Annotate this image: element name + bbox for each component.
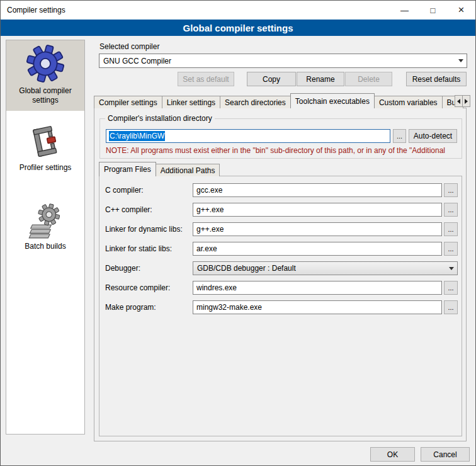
field-row-make-program: Make program: ...: [1, 300, 476, 315]
chevron-down-icon: [455, 54, 467, 67]
sidebar-item-global-compiler-settings[interactable]: Global compiler settings: [6, 40, 84, 111]
field-row-cpp-compiler: C++ compiler: ...: [1, 203, 476, 217]
field-row-debugger: Debugger: GDB/CDB debugger : Default: [1, 261, 476, 276]
field-row-c-compiler: C compiler: ...: [1, 183, 476, 198]
installation-directory-input[interactable]: C:\raylib\MinGW: [106, 129, 390, 143]
sidebar-item-profiler-settings[interactable]: Profiler settings: [6, 120, 84, 178]
field-row-linker-static: Linker for static libs: ...: [1, 242, 476, 256]
debugger-value: GDB/CDB debugger : Default: [193, 264, 445, 273]
installation-directory-value: C:\raylib\MinGW: [109, 131, 165, 141]
auto-detect-button[interactable]: Auto-detect: [409, 129, 457, 143]
titlebar: Compiler settings — □ ×: [1, 1, 475, 20]
tab-scroll-right-button[interactable]: [462, 95, 470, 107]
c-compiler-input[interactable]: [193, 183, 442, 197]
subtab-program-files[interactable]: Program Files: [99, 162, 156, 176]
sidebar-item-label: Global compiler settings: [8, 86, 82, 105]
minimize-button[interactable]: —: [390, 1, 419, 20]
make-program-label: Make program:: [105, 303, 156, 312]
profiler-tool-icon: [27, 123, 64, 160]
tab-toolchain-executables[interactable]: Toolchain executables: [290, 93, 375, 108]
gear-blue-icon: [26, 44, 65, 83]
c-compiler-label: C compiler:: [105, 186, 144, 195]
field-row-resource-compiler: Resource compiler: ...: [1, 281, 476, 295]
tab-scroll-right-icon: [465, 99, 468, 104]
cancel-button[interactable]: Cancel: [421, 447, 470, 462]
linker-dynamic-browse-button[interactable]: ...: [444, 222, 458, 236]
debugger-dropdown[interactable]: GDB/CDB debugger : Default: [193, 261, 458, 275]
program-files-tab-bar: Program Files Additional Paths: [99, 162, 219, 176]
linker-dynamic-input[interactable]: [193, 222, 442, 236]
window-title: Compiler settings: [1, 6, 65, 14]
c-compiler-browse-button[interactable]: ...: [444, 183, 458, 197]
close-button[interactable]: ×: [447, 1, 475, 20]
resource-compiler-input[interactable]: [193, 281, 442, 295]
reset-defaults-button[interactable]: Reset defaults: [406, 72, 467, 86]
copy-button[interactable]: Copy: [247, 72, 296, 86]
tab-custom-variables[interactable]: Custom variables: [374, 96, 443, 108]
set-as-default-button: Set as default: [178, 72, 234, 86]
tab-scroll-buttons: [455, 95, 470, 107]
linker-static-input[interactable]: [193, 242, 442, 256]
field-row-linker-dynamic: Linker for dynamic libs: ...: [1, 222, 476, 237]
make-program-input[interactable]: [193, 300, 442, 314]
subtab-additional-paths[interactable]: Additional Paths: [156, 164, 220, 176]
cpp-compiler-browse-button[interactable]: ...: [444, 203, 458, 217]
selected-compiler-label: Selected compiler: [99, 42, 159, 51]
note-text: NOTE: All programs must exist either in …: [106, 146, 461, 155]
sidebar-item-label: Profiler settings: [20, 163, 72, 173]
linker-static-label: Linker for static libs:: [105, 244, 172, 253]
sidebar: Global compiler settings Profiler settin…: [6, 40, 85, 435]
cpp-compiler-label: C++ compiler:: [105, 205, 152, 214]
ok-button[interactable]: OK: [370, 447, 415, 462]
tab-compiler-settings[interactable]: Compiler settings: [94, 96, 162, 108]
installation-directory-group-title: Compiler's installation directory: [105, 114, 215, 123]
installation-directory-browse-button[interactable]: ...: [393, 129, 406, 143]
tab-linker-settings[interactable]: Linker settings: [162, 96, 220, 108]
linker-static-browse-button[interactable]: ...: [444, 242, 458, 256]
tab-scroll-left-icon: [457, 99, 460, 104]
rename-button[interactable]: Rename: [297, 72, 344, 86]
tab-search-directories[interactable]: Search directories: [220, 96, 291, 108]
selected-compiler-value: GNU GCC Compiler: [99, 57, 455, 65]
linker-dynamic-label: Linker for dynamic libs:: [105, 225, 183, 234]
resource-compiler-label: Resource compiler:: [105, 283, 170, 292]
resource-compiler-browse-button[interactable]: ...: [444, 281, 458, 295]
installation-directory-group: Compiler's installation directory C:\ray…: [99, 118, 462, 159]
debugger-label: Debugger:: [105, 264, 140, 273]
banner-title: Global compiler settings: [1, 20, 475, 36]
settings-tab-bar: Compiler settings Linker settings Search…: [94, 93, 463, 108]
selected-compiler-dropdown[interactable]: GNU GCC Compiler: [99, 54, 467, 68]
cpp-compiler-input[interactable]: [193, 203, 442, 217]
compiler-settings-dialog: Compiler settings — □ × Global compiler …: [0, 0, 476, 466]
chevron-down-icon: [445, 262, 457, 275]
make-program-browse-button[interactable]: ...: [444, 300, 458, 314]
delete-button: Delete: [345, 72, 392, 86]
maximize-button[interactable]: □: [419, 1, 447, 20]
window-controls: — □ ×: [390, 1, 475, 20]
